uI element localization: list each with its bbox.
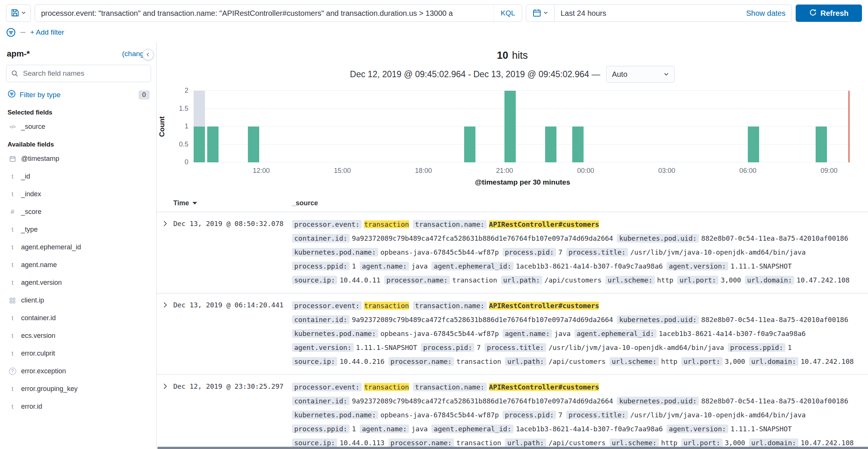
x-tick-label: 15:00: [334, 167, 351, 175]
field-name-badge: url.domain:: [749, 438, 798, 447]
time-range-value[interactable]: Last 24 hours: [561, 9, 742, 18]
filter-by-type-button[interactable]: Filter by type 0: [6, 86, 151, 104]
field-pair: source.ip:10.44.0.216: [292, 354, 385, 368]
field-pair: container.id:9a92372089c79b489ca472fca52…: [292, 231, 613, 245]
field-name-badge: url.path:: [505, 438, 546, 447]
field-pair: process.pid:7: [503, 245, 562, 259]
field-pair: transaction.name:APIRestController#custo…: [413, 380, 599, 394]
save-query-button[interactable]: [6, 5, 31, 22]
refresh-button[interactable]: Refresh: [796, 5, 862, 22]
field-name-badge: kubernetes.pod.name:: [292, 248, 378, 257]
sidebar-field-agent.ephemeral_id[interactable]: tagent.ephemeral_id: [6, 238, 151, 256]
histogram-plot[interactable]: 00.511.5212:0015:0018:0021:0000:0003:000…: [194, 91, 851, 162]
field-pair: process.pid:7: [503, 408, 562, 422]
expand-doc-button[interactable]: [157, 380, 173, 449]
doc-rows: Dec 13, 2019 @ 08:50:32.078processor.eve…: [157, 212, 868, 449]
sidebar-field-ecs.version[interactable]: tecs.version: [6, 327, 151, 345]
field-name-badge: processor.name:: [384, 276, 450, 284]
field-pair: process.title:/usr/lib/jvm/java-10-openj…: [566, 408, 806, 422]
sidebar-field-_source[interactable]: </>_source: [6, 118, 151, 136]
sidebar-field-_id[interactable]: t_id: [6, 168, 151, 185]
field-pair: agent.version:1.11.1-SNAPSHOT: [292, 341, 417, 354]
chevron-down-icon: [663, 70, 669, 79]
sidebar-field-_score[interactable]: #_score: [6, 203, 151, 221]
x-tick-label: 09:00: [821, 167, 837, 175]
index-pattern-name[interactable]: apm-*: [7, 49, 30, 59]
field-value: 3,000: [725, 357, 745, 365]
field-pair: container.id:9a92372089c79b489ca472fca52…: [292, 394, 613, 408]
show-dates-link[interactable]: Show dates: [746, 9, 785, 18]
sidebar-field-error.id[interactable]: terror.id: [6, 398, 151, 415]
field-value: transaction: [364, 383, 409, 391]
field-label: _id: [21, 173, 30, 180]
filter-menu-button[interactable]: [6, 27, 16, 37]
field-pair: url.path:/api/customers: [501, 273, 602, 287]
doc-row: Dec 13, 2019 @ 06:14:20.441processor.eve…: [157, 293, 868, 375]
field-value: 10.47.242.108: [796, 276, 850, 284]
date-quick-select-button[interactable]: [526, 5, 555, 22]
field-label: agent.name: [21, 261, 57, 269]
field-value: http: [661, 439, 677, 447]
expand-doc-button[interactable]: [157, 299, 173, 368]
field-pair: kubernetes.pod.name:opbeans-java-67845c5…: [292, 327, 499, 341]
y-tick-label: 1.5: [179, 105, 188, 113]
interval-select[interactable]: Auto: [606, 66, 675, 82]
interval-value: Auto: [612, 70, 627, 79]
field-value: opbeans-java-67845c5b44-wf87p: [381, 411, 499, 419]
field-name-badge: process.title:: [566, 248, 628, 257]
available-fields-list: @timestampt_idt_index#_scoret_typetagent…: [6, 150, 151, 415]
doc-source: processor.event:transactiontransaction.n…: [292, 380, 868, 449]
field-name-badge: url.scheme:: [605, 276, 655, 284]
field-name-badge: agent.name:: [360, 262, 409, 270]
sidebar-field-client.ip[interactable]: client.ip: [6, 292, 151, 309]
field-name-badge: process.ppid:: [728, 343, 785, 352]
chart-time-range: Dec 12, 2019 @ 09:45:02.964 - Dec 13, 20…: [350, 69, 600, 79]
field-pair: agent.ephemeral_id:1aceb1b3-8621-4a14-b3…: [575, 327, 806, 341]
sidebar-field-agent.name[interactable]: tagent.name: [6, 256, 151, 274]
field-name-badge: url.port:: [677, 276, 718, 284]
sidebar-field-error.culprit[interactable]: terror.culprit: [6, 345, 151, 362]
field-label: error.culprit: [21, 350, 55, 357]
sidebar-field-container.id[interactable]: tcontainer.id: [6, 309, 151, 327]
field-type-string-icon: t: [8, 191, 17, 197]
sort-descending-icon: [193, 202, 197, 205]
field-name-badge: source.ip:: [292, 357, 337, 366]
y-tick-label: 2: [185, 87, 188, 95]
query-input[interactable]: processor.event: "transaction" and trans…: [35, 9, 494, 18]
hits-summary: 10hits: [157, 42, 868, 61]
field-pair: processor.name:transaction: [388, 354, 501, 368]
query-language-button[interactable]: KQL: [494, 5, 522, 21]
sidebar-field-agent.version[interactable]: tagent.version: [6, 274, 151, 292]
doc-timestamp: Dec 13, 2019 @ 06:14:20.441: [173, 299, 292, 368]
sidebar-field-_type[interactable]: t_type: [6, 221, 151, 238]
refresh-label: Refresh: [821, 9, 848, 18]
field-name-badge: process.pid:: [503, 411, 556, 419]
field-value: 9a92372089c79b489ca472fca528631b886d1e76…: [352, 234, 613, 242]
histogram-chart: Count 00.511.5212:0015:0018:0021:0000:00…: [194, 91, 851, 189]
field-search-input[interactable]: [6, 65, 151, 82]
field-type-string-icon: t: [8, 262, 17, 268]
field-value: 9a92372089c79b489ca472fca528631b886d1e76…: [352, 316, 613, 324]
field-pair: process.pid:7: [421, 341, 481, 354]
expand-doc-button[interactable]: [157, 217, 173, 287]
field-pair: processor.event:transaction: [292, 299, 409, 313]
time-column-header[interactable]: Time: [173, 199, 292, 207]
field-value: 1.11.1-SNAPSHOT: [730, 425, 792, 433]
chart-header: Dec 12, 2019 @ 09:45:02.964 - Dec 13, 20…: [157, 66, 868, 82]
collapse-sidebar-button[interactable]: [142, 49, 154, 60]
sidebar-field-error.grouping_key[interactable]: terror.grouping_key: [6, 380, 151, 398]
field-pair: processor.event:transaction: [292, 380, 409, 394]
sidebar-field-@timestamp[interactable]: @timestamp: [6, 150, 151, 168]
field-pair: process.title:/usr/lib/jvm/java-10-openj…: [566, 245, 806, 259]
field-label: _index: [21, 190, 41, 198]
field-name-badge: processor.name:: [388, 357, 454, 366]
x-tick-label: 12:00: [253, 167, 270, 175]
gridline: [194, 108, 851, 109]
doc-timestamp: Dec 13, 2019 @ 08:50:32.078: [173, 217, 292, 287]
field-name-badge: agent.version:: [292, 343, 354, 352]
horizontal-scrollbar[interactable]: [157, 447, 868, 449]
sidebar-field-error.exception[interactable]: ?error.exception: [6, 362, 151, 380]
add-filter-link[interactable]: + Add filter: [30, 28, 64, 37]
sidebar-field-_index[interactable]: t_index: [6, 185, 151, 203]
field-name-badge: processor.event:: [292, 383, 362, 391]
